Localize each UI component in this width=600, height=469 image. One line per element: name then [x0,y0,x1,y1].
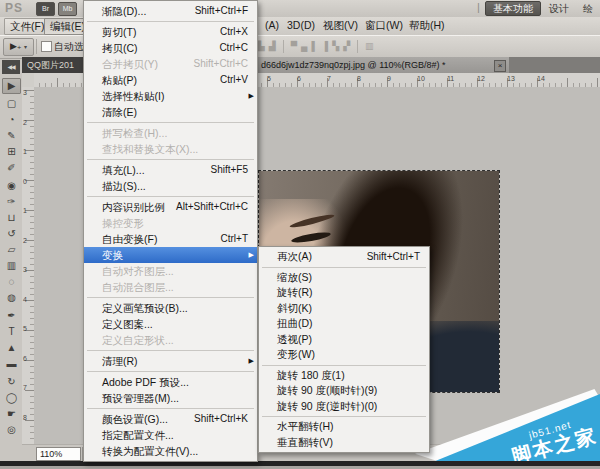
pen-tool-icon[interactable]: ✒ [2,308,21,324]
menu-item[interactable]: 内容识别比例Alt+Shift+Ctrl+C [84,199,257,215]
menu-item[interactable]: 定义图案... [84,316,257,332]
blur-tool-icon[interactable]: ◌ [2,274,21,290]
menu-item[interactable]: 定义画笔预设(B)... [84,300,257,316]
menu-item-shortcut: Shift+Ctrl+C [194,56,248,72]
tab-active-document[interactable]: d66d6jw1dz739nq0zpj.jpg @ 110%(RGB/8#) *… [256,57,509,73]
menu-item[interactable]: 清除(E) [84,104,257,120]
photoshop-window: PS Br Mb | 基本功能 设计 绘画 文件(F)编辑(E)(A)3D(D)… [0,0,600,469]
menu-item-label: 旋转 90 度(逆时针)(0) [277,399,377,415]
close-icon[interactable]: × [494,60,506,72]
menu-item[interactable]: 变形(W) [259,347,429,363]
menu-item-shortcut: Shift+Ctrl+T [367,249,420,265]
menu-separator [87,21,254,22]
eyedropper-tool-icon[interactable]: ✐ [2,160,21,176]
menubar-item[interactable]: 3D(D) [282,18,320,33]
menu-item-label: 粘贴(P) [102,72,137,88]
menu-item[interactable]: 扭曲(D) [259,316,429,332]
menu-item-label: 扭曲(D) [277,316,313,332]
ruler-number: 14 [537,75,545,82]
menu-item: 定义自定形状... [84,332,257,348]
mini-bridge-button[interactable]: Mb [58,2,77,16]
menu-item-label: 填充(L)... [102,162,145,178]
menu-item[interactable]: 再次(A)Shift+Ctrl+T [259,249,429,265]
bridge-button[interactable]: Br [36,2,55,16]
tab-title: d66d6jw1dz739nq0zpj.jpg @ 110%(RGB/8#) * [261,60,446,70]
ruler-number: 7 [23,384,27,391]
menu-item[interactable]: 拷贝(C)Ctrl+C [84,40,257,56]
auto-select-label: 自动选 [54,40,84,54]
lasso-tool-icon[interactable]: ◔ [2,112,21,128]
menu-item[interactable]: 描边(S)... [84,178,257,194]
menu-item[interactable]: 缩放(S) [259,270,429,286]
ruler-number: 4 [23,296,27,303]
menu-separator [87,196,254,197]
workspace-design-button[interactable]: 设计 [549,2,569,16]
move-tool-icon[interactable]: ▶ [2,78,21,94]
menu-item-label: 拼写检查(H)... [102,125,167,141]
menubar-item[interactable]: 窗口(W) [360,18,408,33]
menu-item[interactable]: 旋转(R) [259,285,429,301]
ruler-number: 1 [23,207,27,214]
menu-item[interactable]: 填充(L)...Shift+F5 [84,162,257,178]
shape-tool-icon[interactable]: ▬ [2,356,21,372]
menu-item[interactable]: 指定配置文件... [84,427,257,443]
ruler-number: 0 [23,178,27,185]
menu-item[interactable]: 清理(R)▶ [84,353,257,369]
menu-item[interactable]: 垂直翻转(V) [259,435,429,451]
type-tool-icon[interactable]: T [2,324,21,340]
menubar-item[interactable]: (A) [260,18,284,33]
menu-item[interactable]: 剪切(T)Ctrl+X [84,24,257,40]
menu-item[interactable]: 选择性粘贴(I)▶ [84,88,257,104]
history-brush-tool-icon[interactable]: ↺ [2,226,21,242]
menu-item[interactable]: 粘贴(P)Ctrl+V [84,72,257,88]
workspace-basic-button[interactable]: 基本功能 [485,1,541,16]
menu-item-label: 转换为配置文件(V)... [102,443,198,459]
menu-item[interactable]: 颜色设置(G)...Shift+Ctrl+K [84,411,257,427]
healing-brush-tool-icon[interactable]: ◉ [2,178,21,194]
menu-item[interactable]: 变换▶ [84,247,257,263]
ruler-number: 13 [507,75,515,82]
menubar-item[interactable]: 视图(V) [318,18,363,33]
menu-item-label: 透视(P) [277,332,312,348]
tools-panel-collapse-button[interactable]: ◀◀ [2,60,20,74]
menu-item-label: 操控变形 [102,215,144,231]
menu-item[interactable]: 转换为配置文件(V)... [84,443,257,459]
menu-item[interactable]: 预设管理器(M)... [84,390,257,406]
crop-tool-icon[interactable]: ⊞ [2,144,21,160]
gradient-tool-icon[interactable]: ▥ [2,258,21,274]
eraser-tool-icon[interactable]: ▱ [2,242,21,258]
menubar-item[interactable]: 帮助(H) [404,18,450,33]
menu-item[interactable]: 自由变换(F)Ctrl+T [84,231,257,247]
3d-rotate-tool-icon[interactable]: ↻ [2,374,21,390]
move-tool-preset-icon[interactable]: ▶₊ ▾ [3,38,34,56]
menu-item-label: 清除(E) [102,104,137,120]
3d-orbit-tool-icon[interactable]: ◯ [2,390,21,406]
zoom-level-input[interactable]: 110% [36,447,81,461]
zoom-tool-icon[interactable]: ◎ [2,422,21,438]
menu-separator [87,297,254,298]
menu-item[interactable]: Adobe PDF 预设... [84,374,257,390]
tab-background-document[interactable]: QQ图片201 [22,57,91,73]
path-selection-tool-icon[interactable]: ▲ [2,340,21,356]
menu-item[interactable]: 旋转 180 度(1) [259,368,429,384]
hand-tool-icon[interactable]: ☛ [2,406,21,422]
clone-stamp-tool-icon[interactable]: ⊔ [2,210,21,226]
menu-item[interactable]: 透视(P) [259,332,429,348]
jb51-watermark: jb51.net 脚本之家 [415,389,600,461]
menu-item[interactable]: 旋转 90 度(逆时针)(0) [259,399,429,415]
menu-item[interactable]: 斜切(K) [259,301,429,317]
options-separator [36,39,37,54]
rectangular-marquee-tool-icon[interactable]: ▢ [2,96,21,112]
menu-separator [87,408,254,409]
align-icon: ▄ [301,40,307,53]
ruler-number: 7 [327,75,331,82]
quick-selection-tool-icon[interactable]: ✎ [2,128,21,144]
menu-item[interactable]: 旋转 90 度(顺时针)(9) [259,383,429,399]
auto-select-checkbox[interactable] [41,41,52,52]
dodge-tool-icon[interactable]: ◍ [2,290,21,306]
menu-item[interactable]: 水平翻转(H) [259,419,429,435]
menu-item[interactable]: 渐隐(D)...Shift+Ctrl+F [84,3,257,19]
menu-item-label: 自由变换(F) [102,231,157,247]
brush-tool-icon[interactable]: ✑ [2,194,21,210]
align-icon: ▚ [332,40,339,53]
